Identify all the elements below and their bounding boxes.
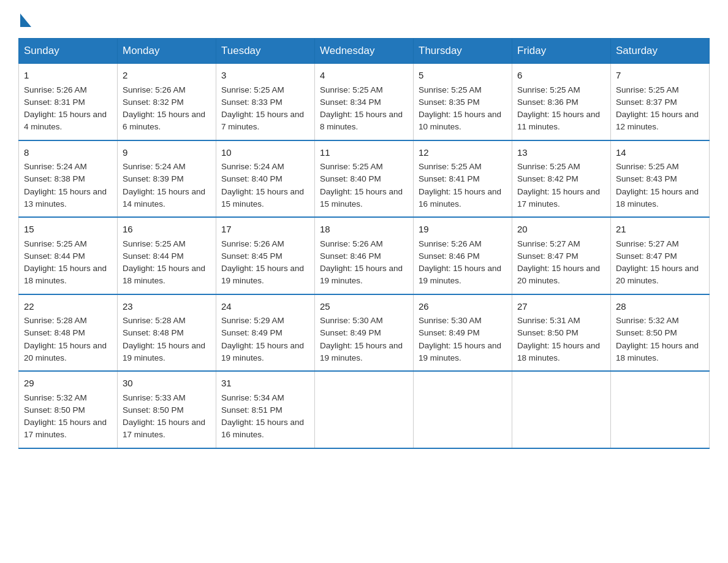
calendar-cell [611, 371, 710, 448]
col-thursday: Thursday [414, 39, 512, 64]
col-wednesday: Wednesday [315, 39, 414, 64]
calendar-cell: 30 Sunrise: 5:33 AMSunset: 8:50 PMDaylig… [118, 371, 216, 448]
calendar-table: Sunday Monday Tuesday Wednesday Thursday… [18, 38, 710, 449]
day-info: Sunrise: 5:25 AMSunset: 8:42 PMDaylight:… [517, 162, 600, 209]
day-info: Sunrise: 5:32 AMSunset: 8:50 PMDaylight:… [616, 316, 699, 362]
svg-marker-0 [20, 13, 31, 27]
calendar-cell: 11 Sunrise: 5:25 AMSunset: 8:40 PMDaylig… [315, 140, 414, 218]
day-number: 6 [517, 69, 605, 83]
day-info: Sunrise: 5:34 AMSunset: 8:51 PMDaylight:… [221, 393, 304, 440]
calendar-cell: 3 Sunrise: 5:25 AMSunset: 8:33 PMDayligh… [216, 64, 315, 140]
day-number: 11 [320, 146, 408, 160]
day-info: Sunrise: 5:26 AMSunset: 8:31 PMDaylight:… [24, 85, 107, 132]
calendar-cell [315, 371, 414, 448]
col-monday: Monday [118, 39, 216, 64]
calendar-cell: 28 Sunrise: 5:32 AMSunset: 8:50 PMDaylig… [611, 294, 710, 372]
day-info: Sunrise: 5:28 AMSunset: 8:48 PMDaylight:… [123, 316, 205, 362]
day-info: Sunrise: 5:25 AMSunset: 8:43 PMDaylight:… [616, 162, 699, 209]
day-number: 30 [123, 377, 211, 391]
logo [18, 12, 31, 27]
calendar-cell: 5 Sunrise: 5:25 AMSunset: 8:35 PMDayligh… [414, 64, 512, 140]
logo-line1 [18, 12, 31, 27]
day-info: Sunrise: 5:27 AMSunset: 8:47 PMDaylight:… [517, 239, 600, 286]
day-number: 28 [616, 300, 704, 314]
day-info: Sunrise: 5:26 AMSunset: 8:46 PMDaylight:… [320, 239, 403, 286]
calendar-cell: 6 Sunrise: 5:25 AMSunset: 8:36 PMDayligh… [512, 64, 611, 140]
calendar-cell: 16 Sunrise: 5:25 AMSunset: 8:44 PMDaylig… [118, 217, 216, 294]
calendar-cell: 20 Sunrise: 5:27 AMSunset: 8:47 PMDaylig… [512, 217, 611, 294]
calendar-cell: 23 Sunrise: 5:28 AMSunset: 8:48 PMDaylig… [118, 294, 216, 372]
day-number: 8 [24, 146, 112, 160]
day-number: 9 [123, 146, 211, 160]
day-info: Sunrise: 5:25 AMSunset: 8:40 PMDaylight:… [320, 162, 403, 209]
calendar-cell: 13 Sunrise: 5:25 AMSunset: 8:42 PMDaylig… [512, 140, 611, 218]
day-info: Sunrise: 5:24 AMSunset: 8:38 PMDaylight:… [24, 162, 107, 209]
calendar-cell: 18 Sunrise: 5:26 AMSunset: 8:46 PMDaylig… [315, 217, 414, 294]
day-info: Sunrise: 5:28 AMSunset: 8:48 PMDaylight:… [24, 316, 107, 362]
day-number: 27 [517, 300, 605, 314]
calendar-cell: 2 Sunrise: 5:26 AMSunset: 8:32 PMDayligh… [118, 64, 216, 140]
calendar-cell: 21 Sunrise: 5:27 AMSunset: 8:47 PMDaylig… [611, 217, 710, 294]
day-number: 12 [419, 146, 507, 160]
day-number: 20 [517, 223, 605, 237]
day-number: 13 [517, 146, 605, 160]
calendar-cell [414, 371, 512, 448]
calendar-cell: 17 Sunrise: 5:26 AMSunset: 8:45 PMDaylig… [216, 217, 315, 294]
calendar-week-row: 29 Sunrise: 5:32 AMSunset: 8:50 PMDaylig… [19, 371, 710, 448]
calendar-cell: 27 Sunrise: 5:31 AMSunset: 8:50 PMDaylig… [512, 294, 611, 372]
col-saturday: Saturday [611, 39, 710, 64]
calendar-header: Sunday Monday Tuesday Wednesday Thursday… [19, 39, 710, 64]
day-number: 21 [616, 223, 704, 237]
day-info: Sunrise: 5:33 AMSunset: 8:50 PMDaylight:… [123, 393, 205, 440]
day-info: Sunrise: 5:25 AMSunset: 8:34 PMDaylight:… [320, 85, 403, 132]
day-number: 3 [221, 69, 309, 83]
day-info: Sunrise: 5:27 AMSunset: 8:47 PMDaylight:… [616, 239, 699, 286]
day-info: Sunrise: 5:25 AMSunset: 8:35 PMDaylight:… [419, 85, 501, 132]
calendar-cell: 25 Sunrise: 5:30 AMSunset: 8:49 PMDaylig… [315, 294, 414, 372]
day-info: Sunrise: 5:24 AMSunset: 8:39 PMDaylight:… [123, 162, 205, 209]
day-number: 5 [419, 69, 507, 83]
col-tuesday: Tuesday [216, 39, 315, 64]
day-number: 15 [24, 223, 112, 237]
calendar-cell: 22 Sunrise: 5:28 AMSunset: 8:48 PMDaylig… [19, 294, 118, 372]
calendar-cell: 31 Sunrise: 5:34 AMSunset: 8:51 PMDaylig… [216, 371, 315, 448]
calendar-cell: 7 Sunrise: 5:25 AMSunset: 8:37 PMDayligh… [611, 64, 710, 140]
day-info: Sunrise: 5:26 AMSunset: 8:32 PMDaylight:… [123, 85, 205, 132]
day-info: Sunrise: 5:25 AMSunset: 8:41 PMDaylight:… [419, 162, 501, 209]
calendar-cell: 14 Sunrise: 5:25 AMSunset: 8:43 PMDaylig… [611, 140, 710, 218]
day-info: Sunrise: 5:25 AMSunset: 8:36 PMDaylight:… [517, 85, 600, 132]
day-number: 14 [616, 146, 704, 160]
day-number: 29 [24, 377, 112, 391]
day-number: 18 [320, 223, 408, 237]
day-info: Sunrise: 5:29 AMSunset: 8:49 PMDaylight:… [221, 316, 304, 362]
day-number: 17 [221, 223, 309, 237]
day-number: 23 [123, 300, 211, 314]
calendar-cell: 29 Sunrise: 5:32 AMSunset: 8:50 PMDaylig… [19, 371, 118, 448]
calendar-cell: 24 Sunrise: 5:29 AMSunset: 8:49 PMDaylig… [216, 294, 315, 372]
day-number: 2 [123, 69, 211, 83]
calendar-week-row: 8 Sunrise: 5:24 AMSunset: 8:38 PMDayligh… [19, 140, 710, 218]
day-info: Sunrise: 5:26 AMSunset: 8:45 PMDaylight:… [221, 239, 304, 286]
day-number: 10 [221, 146, 309, 160]
logo-wrapper [18, 12, 31, 27]
day-number: 4 [320, 69, 408, 83]
calendar-cell [512, 371, 611, 448]
col-sunday: Sunday [19, 39, 118, 64]
day-info: Sunrise: 5:25 AMSunset: 8:44 PMDaylight:… [123, 239, 205, 286]
day-info: Sunrise: 5:32 AMSunset: 8:50 PMDaylight:… [24, 393, 107, 440]
calendar-cell: 26 Sunrise: 5:30 AMSunset: 8:49 PMDaylig… [414, 294, 512, 372]
col-friday: Friday [512, 39, 611, 64]
calendar-week-row: 22 Sunrise: 5:28 AMSunset: 8:48 PMDaylig… [19, 294, 710, 372]
day-number: 25 [320, 300, 408, 314]
day-number: 26 [419, 300, 507, 314]
day-number: 22 [24, 300, 112, 314]
day-number: 1 [24, 69, 112, 83]
day-number: 16 [123, 223, 211, 237]
calendar-cell: 10 Sunrise: 5:24 AMSunset: 8:40 PMDaylig… [216, 140, 315, 218]
calendar-cell: 4 Sunrise: 5:25 AMSunset: 8:34 PMDayligh… [315, 64, 414, 140]
calendar-cell: 8 Sunrise: 5:24 AMSunset: 8:38 PMDayligh… [19, 140, 118, 218]
day-info: Sunrise: 5:25 AMSunset: 8:33 PMDaylight:… [221, 85, 304, 132]
calendar-cell: 9 Sunrise: 5:24 AMSunset: 8:39 PMDayligh… [118, 140, 216, 218]
header-row: Sunday Monday Tuesday Wednesday Thursday… [19, 39, 710, 64]
day-info: Sunrise: 5:25 AMSunset: 8:44 PMDaylight:… [24, 239, 107, 286]
